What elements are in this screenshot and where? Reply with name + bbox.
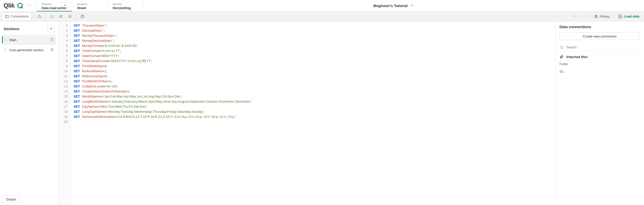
separator (33, 13, 33, 20)
app-title-dropdown[interactable]: Beginner's Tutorial (143, 0, 644, 11)
code-content[interactable]: SET ThousandSep=','; SET DecimalSep='.';… (71, 22, 555, 205)
load-data-button[interactable]: Load data (615, 13, 642, 20)
chevron-down-icon (410, 3, 414, 8)
section-item-main[interactable]: ⠿ Main (2, 35, 56, 45)
svg-point-3 (29, 5, 29, 6)
toolbar: Connections Debug Load data (0, 11, 644, 22)
tab-phase: Analyze (77, 2, 102, 6)
outdent-button[interactable] (65, 13, 75, 20)
search-icon (559, 45, 564, 49)
svg-line-8 (40, 17, 41, 18)
paperclip-icon (559, 55, 564, 59)
svg-point-4 (30, 5, 31, 6)
svg-line-9 (51, 15, 51, 18)
connections-label: Connections (10, 14, 29, 18)
search-button[interactable] (35, 13, 44, 20)
data-connections-panel: Data connections Create new connection A… (555, 22, 644, 205)
drag-handle-icon[interactable]: ⠿ (4, 38, 7, 42)
outdent-icon (68, 14, 72, 18)
indent-icon (59, 14, 63, 18)
svg-line-10 (53, 15, 53, 18)
help-button[interactable] (78, 13, 87, 20)
separator (76, 13, 76, 20)
tab-analyze[interactable]: Analyze Sheet (72, 0, 108, 11)
debug-button[interactable]: Debug (591, 13, 612, 20)
folder-label: Folder (559, 62, 640, 66)
tab-screen: Sheet (77, 6, 102, 10)
main: Sections ⠿ Main ⠿ Auto-generated section… (0, 22, 644, 205)
comment-button[interactable] (47, 13, 56, 20)
sections-title: Sections (4, 27, 20, 31)
comment-icon (50, 14, 54, 18)
separator (590, 13, 590, 20)
locked-section-icon (50, 48, 54, 52)
delete-section-button[interactable] (50, 38, 54, 42)
svg-line-31 (562, 48, 563, 49)
tab-phase: Narrate (113, 2, 138, 6)
create-connection-label: Create new connection (583, 34, 617, 38)
sections-panel: Sections ⠿ Main ⠿ Auto-generated section (0, 22, 58, 205)
select-data-icon (559, 69, 564, 73)
panel-icon (5, 14, 9, 18)
attached-files-label: Attached files (566, 55, 588, 59)
load-data-label: Load data (624, 14, 639, 18)
redo-icon (582, 14, 586, 18)
lock-icon (50, 48, 54, 52)
svg-line-24 (597, 17, 598, 17)
undo-icon (572, 14, 576, 18)
search-icon (37, 14, 41, 18)
select-data-button[interactable] (559, 69, 640, 74)
tab-prepare[interactable]: Prepare Data load editor (36, 0, 72, 11)
indent-button[interactable] (56, 13, 65, 20)
create-connection-button[interactable]: Create new connection (559, 32, 640, 40)
connection-search-input[interactable] (566, 45, 640, 49)
debug-label: Debug (600, 14, 609, 18)
tab-screen: Storytelling (113, 6, 138, 10)
svg-line-23 (595, 17, 595, 17)
svg-rect-29 (51, 49, 53, 51)
section-name: Auto-generated section (9, 48, 47, 52)
section-name: Main (9, 38, 47, 42)
add-section-button[interactable] (47, 25, 55, 32)
separator (45, 13, 46, 20)
trash-icon (50, 38, 54, 42)
play-circle-icon (618, 14, 622, 19)
separator (614, 13, 614, 20)
output-button[interactable]: Output (2, 195, 20, 203)
svg-point-18 (82, 17, 83, 17)
drag-handle-icon[interactable]: ⠿ (4, 48, 7, 52)
more-icon[interactable] (26, 3, 33, 8)
svg-rect-5 (5, 15, 8, 18)
top-header: Qlik Prepare Data load editor Analyze Sh… (0, 0, 644, 11)
bug-icon (594, 14, 598, 18)
plus-icon (49, 27, 53, 31)
undo-button[interactable] (570, 13, 579, 20)
nav-tabs: Prepare Data load editor Analyze Sheet N… (36, 0, 143, 11)
app-title: Beginner's Tutorial (373, 4, 408, 8)
connections-button[interactable]: Connections (2, 13, 31, 20)
output-label: Output (6, 197, 16, 201)
logo-text: Qlik (4, 2, 14, 9)
attached-files-item[interactable]: Attached files (559, 55, 640, 59)
line-gutter: 1234567891011121314151617181920 (58, 22, 71, 205)
help-icon (80, 14, 85, 18)
svg-line-22 (597, 16, 598, 16)
code-editor[interactable]: 1234567891011121314151617181920 SET Thou… (58, 22, 555, 205)
chevron-down-icon[interactable] (61, 2, 69, 9)
connections-title: Data connections (559, 25, 640, 29)
connection-search[interactable] (559, 44, 640, 51)
svg-point-2 (28, 5, 28, 6)
section-item-autogen[interactable]: ⠿ Auto-generated section (2, 45, 56, 55)
tab-narrate[interactable]: Narrate Storytelling (108, 0, 143, 11)
redo-button[interactable] (579, 13, 588, 20)
svg-line-21 (595, 16, 595, 16)
svg-marker-26 (620, 16, 621, 17)
logo-mark-icon (17, 3, 23, 9)
